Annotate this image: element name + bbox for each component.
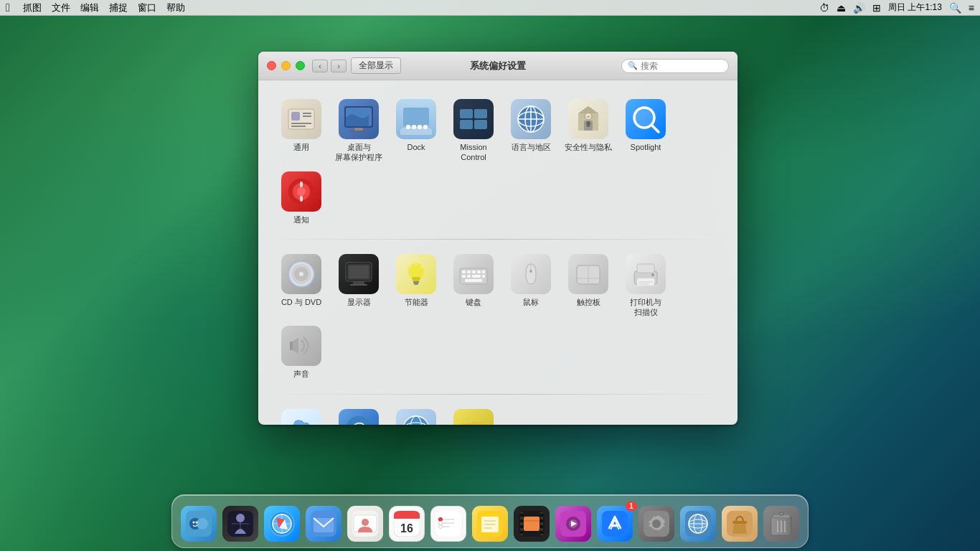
pref-item-dock[interactable]: Dock <box>387 95 445 167</box>
dock-item-launchpad[interactable] <box>221 504 260 543</box>
svg-rect-75 <box>290 342 293 350</box>
contacts-icon <box>347 506 383 542</box>
svg-rect-15 <box>460 109 473 118</box>
menu-help[interactable]: 帮助 <box>166 1 185 14</box>
svg-line-30 <box>651 125 659 132</box>
svg-point-128 <box>362 519 369 526</box>
pref-item-mouse[interactable]: 鼠标 <box>502 250 560 322</box>
sharing-icon <box>453 409 494 425</box>
printer-label: 打印机与扫描仪 <box>630 297 661 318</box>
spotlight-pref-icon <box>626 99 666 139</box>
svg-rect-70 <box>637 264 654 273</box>
dock-item-finder[interactable] <box>179 504 218 543</box>
close-button[interactable] <box>267 61 276 70</box>
pref-item-energy[interactable]: 节能器 <box>387 250 445 322</box>
pref-item-mission[interactable]: MissionControl <box>445 95 502 167</box>
menu-edit[interactable]: 编辑 <box>80 1 99 14</box>
svg-rect-153 <box>540 519 543 522</box>
svg-point-118 <box>236 514 245 522</box>
search-icon: 🔍 <box>628 61 638 70</box>
pref-item-printer[interactable]: 打印机与扫描仪 <box>617 250 674 322</box>
dock-item-syspref[interactable] <box>637 504 676 543</box>
mouse-label: 鼠标 <box>523 297 539 307</box>
spotlight-label: Spotlight <box>631 142 661 152</box>
pref-item-desktop[interactable]: 桌面与屏幕保护程序 <box>330 95 387 167</box>
volume-icon[interactable]: 🔊 <box>853 2 865 14</box>
svg-rect-36 <box>300 196 303 202</box>
desktop-icon <box>339 99 379 139</box>
cd-icon <box>281 254 321 294</box>
menubar-left:  抓图 文件 编辑 捕捉 窗口 帮助 <box>6 1 819 14</box>
window-manager-icon[interactable]: ⊞ <box>872 2 881 14</box>
svg-text:16: 16 <box>400 522 413 534</box>
window-content: 通用 桌面与屏幕保护程序 <box>258 80 738 425</box>
eject-icon[interactable]: ⏏ <box>837 2 846 14</box>
maximize-button[interactable] <box>296 61 305 70</box>
dock-syspref-icon <box>639 506 674 542</box>
dock-item-safari[interactable] <box>263 504 301 543</box>
pref-item-language[interactable]: 语言与地区 <box>502 95 560 167</box>
dock-item-contacts[interactable] <box>346 504 385 543</box>
dock-label: Dock <box>407 142 425 152</box>
menu-file[interactable]: 文件 <box>52 1 70 14</box>
svg-rect-155 <box>540 531 543 534</box>
spotlight-search-icon[interactable]: 🔍 <box>949 2 961 14</box>
dock-item-trash[interactable] <box>762 504 801 543</box>
pref-item-sound[interactable]: 声音 <box>273 321 330 383</box>
svg-rect-54 <box>462 270 466 273</box>
apple-menu[interactable]:  <box>6 1 10 14</box>
dock-item-bag[interactable] <box>720 504 759 543</box>
menu-capture-app[interactable]: 抓图 <box>23 1 42 14</box>
svg-rect-151 <box>520 531 523 534</box>
svg-point-65 <box>529 270 532 273</box>
svg-rect-35 <box>300 182 303 187</box>
display-label: 显示器 <box>347 297 371 307</box>
notification-center-icon[interactable]: ≡ <box>969 2 974 14</box>
pref-item-network[interactable]: 网络 <box>387 405 445 425</box>
minimize-button[interactable] <box>281 61 291 70</box>
svg-rect-63 <box>465 279 482 282</box>
pref-item-cd[interactable]: CD 与 DVD <box>273 250 330 322</box>
dock-item-appstore[interactable]: A 1 <box>595 504 634 543</box>
dock-item-mail[interactable] <box>304 504 343 543</box>
pref-item-security[interactable]: 安全性与隐私 <box>560 95 617 167</box>
svg-rect-56 <box>472 270 476 273</box>
svg-rect-55 <box>467 270 471 273</box>
svg-rect-11 <box>406 125 410 129</box>
pref-item-display[interactable]: 显示器 <box>330 250 387 322</box>
dock-item-facetime[interactable] <box>512 504 551 543</box>
dock-item-calendar[interactable]: 16 <box>387 504 426 543</box>
svg-rect-148 <box>520 514 523 517</box>
security-icon <box>568 99 608 139</box>
printer-icon <box>626 254 666 294</box>
nav-back-button[interactable]: ‹ <box>312 60 328 72</box>
window-titlebar: ‹ › 全部显示 系统偏好设置 🔍 <box>258 52 738 80</box>
search-input[interactable] <box>641 61 722 71</box>
hardware-section: CD 与 DVD 显示器 <box>258 242 738 391</box>
pref-item-keyboard[interactable]: 键盘 <box>445 250 502 322</box>
dock-item-network-globe[interactable] <box>679 504 717 543</box>
menu-window[interactable]: 窗口 <box>138 1 156 14</box>
pref-item-internet[interactable]: @ 互联网帐户 <box>330 405 387 425</box>
menu-capture[interactable]: 捕捉 <box>109 1 128 14</box>
svg-rect-13 <box>418 125 422 129</box>
pref-item-notification[interactable]: 通知 <box>273 167 330 229</box>
svg-point-116 <box>196 522 198 524</box>
dock-item-notes[interactable] <box>471 504 509 543</box>
pref-item-general[interactable]: 通用 <box>273 95 330 167</box>
calendar-icon: 16 <box>389 506 425 542</box>
dock-item-itunes[interactable] <box>554 504 593 543</box>
pref-item-icloud[interactable]: iCloud <box>273 405 330 425</box>
svg-point-137 <box>439 518 443 522</box>
nav-forward-button[interactable]: › <box>331 60 347 72</box>
dock-appstore-icon: A <box>597 506 633 542</box>
dock-item-reminders[interactable] <box>429 504 468 543</box>
pref-item-sharing[interactable]: 共享 <box>445 405 502 425</box>
pref-item-spotlight[interactable]: Spotlight <box>617 95 674 167</box>
svg-rect-60 <box>467 275 471 278</box>
time-machine-icon[interactable]: ⏱ <box>819 2 829 14</box>
pref-item-trackpad[interactable]: 触控板 <box>560 250 617 322</box>
show-all-button[interactable]: 全部显示 <box>351 57 401 74</box>
svg-rect-61 <box>472 275 481 278</box>
window-search[interactable]: 🔍 <box>621 59 729 73</box>
